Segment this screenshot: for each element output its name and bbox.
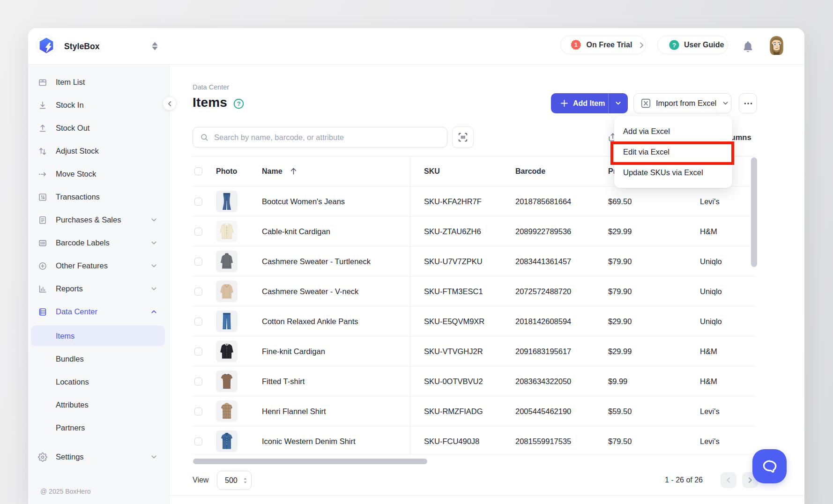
column-header-name[interactable]: Name — [262, 156, 298, 186]
row-checkbox[interactable] — [194, 288, 202, 296]
user-avatar[interactable] — [766, 35, 787, 57]
sidebar-item-adjust-stock[interactable]: Adjust Stock — [28, 140, 170, 163]
sidebar-item-attributes[interactable]: Attributes — [28, 393, 170, 416]
sidebar-item-items[interactable]: Items — [28, 325, 170, 348]
item-price: $79.90 — [608, 276, 632, 306]
item-name: Fitted T-shirt — [262, 366, 305, 396]
sidebar-item-item-list[interactable]: Item List — [28, 71, 170, 94]
row-checkbox[interactable] — [194, 408, 202, 415]
item-sku: SKU-U7V7ZPKU — [424, 246, 483, 276]
row-checkbox[interactable] — [194, 437, 202, 445]
product-photo-black-cardigan — [216, 341, 238, 362]
item-sku: SKU-VTVGHJ2R — [424, 336, 483, 366]
table-row[interactable]: Cashmere Sweater - V-neck SKU-FTM3ESC1 2… — [193, 276, 755, 306]
sidebar-item-stock-in[interactable]: Stock In — [28, 94, 170, 117]
column-header-photo[interactable]: Photo — [216, 156, 237, 186]
user-guide-button[interactable]: ? User Guide — [657, 36, 728, 54]
import-from-excel-label: Import from Excel — [656, 99, 716, 108]
table-row[interactable]: Cashmere Sweater - Turtleneck SKU-U7V7ZP… — [193, 246, 755, 276]
menu-item-add-via-excel[interactable]: Add via Excel — [614, 121, 732, 141]
row-checkbox[interactable] — [194, 228, 202, 236]
menu-item-edit-via-excel[interactable]: Edit via Excel — [614, 141, 732, 162]
vertical-scrollbar-thumb[interactable] — [751, 157, 757, 267]
item-sku: SKU-FCU490J8 — [424, 426, 479, 456]
table-row[interactable]: Cable-knit Cardigan SKU-ZTAU6ZH6 2089922… — [193, 216, 755, 246]
sidebar-item-transactions[interactable]: Transactions — [28, 185, 170, 208]
sidebar-label: Reports — [56, 284, 83, 293]
search-input[interactable]: Search by name, barcode, or attribute — [193, 127, 447, 148]
row-checkbox[interactable] — [194, 198, 202, 206]
table-row[interactable]: Henri Flannel Shirt SKU-RMZFIADG 2005445… — [193, 396, 755, 426]
add-item-caret-button[interactable] — [608, 93, 628, 113]
sidebar-item-data-center[interactable]: Data Center — [28, 300, 170, 323]
table-row[interactable]: Bootcut Women's Jeans SKU-KFA2HR7F 20187… — [193, 186, 755, 216]
workspace-switcher-icon[interactable] — [150, 41, 160, 51]
item-barcode: 2089922789536 — [515, 216, 571, 246]
table-row[interactable]: Iconic Western Denim Shirt SKU-FCU490J8 … — [193, 426, 755, 456]
add-item-button[interactable]: Add Item — [551, 93, 608, 113]
more-options-button[interactable] — [739, 93, 757, 113]
page-size-select[interactable]: 500 — [217, 471, 252, 490]
item-price: $79.50 — [608, 426, 632, 456]
sidebar-item-settings[interactable]: Settings — [28, 445, 170, 468]
table-row[interactable]: Fitted T-shirt SKU-0OTVBVU2 208363432205… — [193, 366, 755, 396]
free-trial-button[interactable]: 1 On Free Trial — [560, 36, 646, 54]
item-barcode: 2083634322050 — [515, 366, 571, 396]
item-barcode: 2072572488720 — [515, 276, 571, 306]
sidebar-item-partners[interactable]: Partners — [28, 416, 170, 439]
help-icon[interactable]: ? — [233, 98, 244, 109]
question-badge-icon: ? — [669, 39, 680, 51]
import-from-excel-button[interactable]: Import from Excel — [633, 93, 731, 113]
chevron-left-icon — [724, 476, 733, 484]
sidebar-item-barcode-labels[interactable]: Barcode Labels — [28, 231, 170, 254]
item-brand: Uniqlo — [700, 306, 722, 336]
item-brand: Uniqlo — [700, 246, 722, 276]
select-all-checkbox[interactable] — [194, 167, 202, 175]
view-label: View — [193, 476, 208, 484]
sidebar-label: Locations — [56, 378, 89, 386]
product-photo-flannel-shirt — [216, 400, 238, 422]
horizontal-scrollbar-thumb[interactable] — [193, 459, 427, 464]
sidebar-item-purchases-sales[interactable]: Purchases & Sales — [28, 208, 170, 231]
item-brand: Levi's — [700, 426, 720, 456]
previous-page-button[interactable] — [721, 472, 736, 488]
sidebar-label: Partners — [56, 423, 85, 432]
menu-item-update-skus-via-excel[interactable]: Update SKUs via Excel — [614, 162, 732, 183]
chevron-down-icon — [150, 453, 158, 461]
item-price: $29.90 — [608, 306, 632, 336]
item-barcode: 2083441361457 — [515, 246, 571, 276]
sidebar-item-stock-out[interactable]: Stock Out — [28, 117, 170, 140]
item-name: Iconic Western Denim Shirt — [262, 426, 356, 456]
row-checkbox[interactable] — [194, 378, 202, 385]
notifications-bell-icon[interactable] — [742, 40, 754, 54]
sidebar-collapse-button[interactable] — [163, 96, 177, 111]
sidebar-item-other-features[interactable]: Other Features — [28, 254, 170, 277]
sidebar-item-reports[interactable]: Reports — [28, 277, 170, 300]
row-checkbox[interactable] — [194, 258, 202, 266]
item-barcode: 2081559917535 — [515, 426, 571, 456]
item-sku: SKU-ZTAU6ZH6 — [424, 216, 481, 246]
column-header-sku[interactable]: SKU — [424, 156, 440, 186]
column-header-barcode[interactable]: Barcode — [515, 156, 545, 186]
barcode-scan-button[interactable] — [452, 126, 474, 148]
product-photo-beige-vneck — [216, 281, 238, 302]
row-checkbox[interactable] — [194, 348, 202, 356]
svg-text:1: 1 — [574, 41, 578, 48]
chevron-left-icon — [166, 100, 173, 107]
table-row[interactable]: Fine-knit Cardigan SKU-VTVGHJ2R 20916831… — [193, 336, 755, 366]
sidebar-item-move-stock[interactable]: Move Stock — [28, 163, 170, 185]
row-checkbox[interactable] — [194, 318, 202, 326]
chat-launcher-button[interactable] — [752, 449, 787, 483]
breadcrumb[interactable]: Data Center — [193, 83, 229, 91]
chevron-down-icon — [721, 99, 729, 107]
item-price: $29.99 — [608, 216, 632, 246]
chevron-down-icon — [150, 239, 158, 247]
table-row[interactable]: Cotton Relaxed Ankle Pants SKU-E5QVM9XR … — [193, 306, 755, 336]
item-name: Cotton Relaxed Ankle Pants — [262, 306, 358, 336]
chevron-right-icon — [746, 476, 754, 484]
circle-plus-icon — [38, 261, 47, 271]
app-logo[interactable] — [36, 35, 57, 56]
sidebar-item-bundles[interactable]: Bundles — [28, 348, 170, 371]
page-title: Items — [193, 95, 227, 110]
sidebar-item-locations[interactable]: Locations — [28, 371, 170, 393]
